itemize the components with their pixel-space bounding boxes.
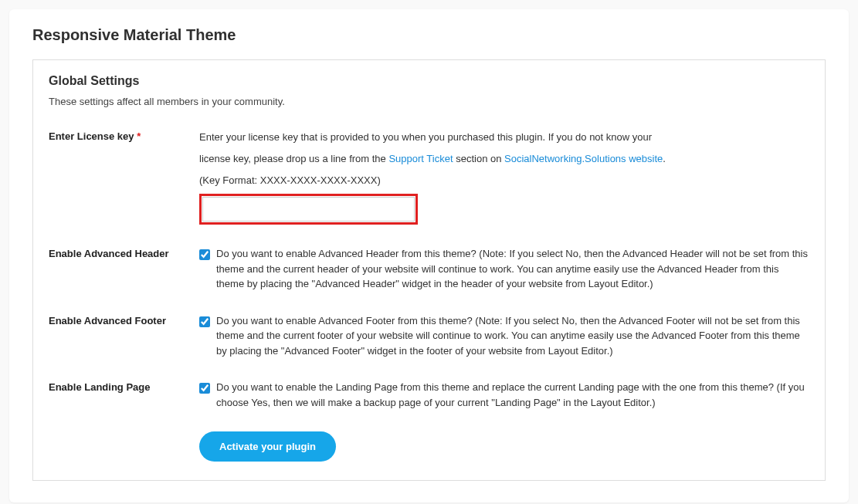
activate-plugin-button[interactable]: Activate your plugin xyxy=(199,431,336,462)
adv-header-checkbox[interactable] xyxy=(199,249,210,260)
license-label: Enter License key * xyxy=(49,129,199,142)
landing-checkbox[interactable] xyxy=(199,383,210,394)
license-input-highlight xyxy=(199,194,418,225)
required-mark: * xyxy=(137,130,141,142)
support-ticket-link[interactable]: Support Ticket xyxy=(388,153,453,164)
license-format: (Key Format: XXXX-XXXX-XXXX-XXXX) xyxy=(199,172,809,189)
page-title: Responsive Material Theme xyxy=(32,26,826,44)
landing-text: Do you want to enable the Landing Page f… xyxy=(216,380,809,410)
sns-website-link[interactable]: SocialNetworking.Solutions website xyxy=(504,153,663,164)
section-title: Global Settings xyxy=(49,74,809,88)
license-help-line2: license key, please drop us a line from … xyxy=(199,151,809,167)
adv-footer-label: Enable Advanced Footer xyxy=(49,313,199,326)
section-subtitle: These settings affect all members in you… xyxy=(49,96,809,107)
license-input[interactable] xyxy=(202,197,415,222)
adv-footer-checkbox[interactable] xyxy=(199,316,210,327)
adv-header-label: Enable Advanced Header xyxy=(49,246,199,259)
license-help-line1: Enter your license key that is provided … xyxy=(199,129,809,146)
landing-label: Enable Landing Page xyxy=(49,380,199,393)
adv-footer-text: Do you want to enable Advanced Footer fr… xyxy=(216,313,809,359)
adv-header-text: Do you want to enable Advanced Header fr… xyxy=(216,246,809,292)
settings-panel: Global Settings These settings affect al… xyxy=(32,59,826,481)
